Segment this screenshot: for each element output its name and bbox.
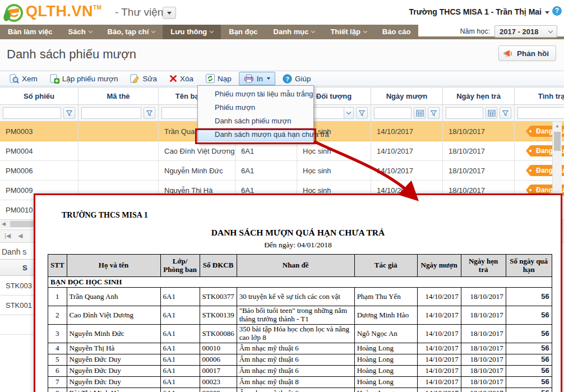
table-row-PM0006[interactable]: PM0006Nguyễn Minh Đức6A1Học sinh14/10/20… xyxy=(0,161,564,181)
report-as-of-date: Đến ngày: 04/01/2018 xyxy=(35,241,561,250)
toolbar-button-l-p-phi-u-m-n[interactable]: Lập phiếu mượn xyxy=(45,72,123,85)
filter-funnel-icon[interactable] xyxy=(144,107,155,119)
toolbar-button-gi-p[interactable]: ?Giúp xyxy=(278,72,316,85)
toolbar-button-n-p[interactable]: Nạp xyxy=(201,72,237,85)
scroll-left-icon[interactable]: ◀ xyxy=(2,221,6,227)
report-row-1: 1Trần Quang Anh6A1STK0037730 truyện kể v… xyxy=(48,288,552,306)
filter-input-status[interactable] xyxy=(517,107,564,119)
report-cell: 6A1 xyxy=(160,388,200,392)
report-cell: Cao Đình Việt Dương xyxy=(67,306,160,325)
print-menu-item-4[interactable]: Danh sách mượn quá hạn chưa trả xyxy=(198,128,313,141)
toolbar-button-label: In xyxy=(257,75,263,83)
feedback-button[interactable]: Phản hồi xyxy=(498,45,556,61)
nav-item-l-u-th-ng[interactable]: Lưu thông xyxy=(163,25,221,39)
report-cell: Âm nhạc mỹ thuật 6 xyxy=(237,366,354,377)
nav-item-thi-t-l-p[interactable]: Thiết lập xyxy=(322,25,374,39)
add-icon xyxy=(50,74,59,84)
report-cell: 56 xyxy=(506,388,552,392)
chevron-down-icon[interactable] xyxy=(344,108,353,118)
report-cell: 18/10/2017 xyxy=(461,366,506,377)
feedback-label: Phản hồi xyxy=(517,49,549,58)
column-header-ngay_muon[interactable]: Ngày mượn xyxy=(371,87,443,105)
nav-item-label: Bạn đọc xyxy=(229,25,257,39)
user-menu[interactable]: Trường THCS MISA 1 - Trần Thị Mai xyxy=(409,7,542,16)
first-page-icon[interactable]: |◀ xyxy=(4,232,11,239)
filter-input-ngay_muon[interactable] xyxy=(374,107,412,119)
nav-item-b-n-l-m-vi-c[interactable]: Bàn làm việc xyxy=(0,25,61,39)
chevron-down-icon xyxy=(89,29,93,33)
report-organization: TRƯỜNG THCS MISA 1 xyxy=(62,211,148,220)
scrollbar-thumb[interactable] xyxy=(554,132,561,151)
report-cell: Bùi Thị Minh Hòa xyxy=(67,388,160,392)
toolbar-button-xem[interactable]: Xem xyxy=(4,72,43,85)
filter-input-so_phieu[interactable] xyxy=(3,107,61,119)
cell-ma_the xyxy=(78,161,159,181)
column-header-status[interactable]: Tình trạng xyxy=(515,87,564,105)
chevron-down-icon xyxy=(210,29,214,33)
report-row-5: 5Nguyễn Đức Duy6A100006Âm nhạc mỹ thuật … xyxy=(48,354,552,366)
filter-funnel-icon[interactable] xyxy=(500,107,511,119)
prev-page-icon[interactable]: ◀ xyxy=(18,232,22,239)
chevron-down-icon xyxy=(548,28,553,33)
nav-item-danh-m-c[interactable]: Danh mục xyxy=(266,25,323,39)
cell-ten: Cao Đình Việt Dương xyxy=(159,141,235,161)
filter-funnel-icon[interactable] xyxy=(428,107,440,119)
filter-funnel-icon[interactable] xyxy=(356,107,368,119)
report-column-header: Tác giả xyxy=(354,255,417,277)
user-chevron-icon[interactable] xyxy=(545,11,549,14)
filter-cell-ngay_hen xyxy=(443,105,515,122)
school-year-value: 2017 - 2018 xyxy=(500,27,538,36)
print-menu-item-2[interactable]: Phiếu mượn xyxy=(198,101,313,114)
report-cell: 18/10/2017 xyxy=(461,388,506,392)
filter-input-ngay_hen[interactable] xyxy=(446,107,483,119)
title-band: Danh sách phiếu mượn Phản hồi xyxy=(0,39,564,71)
report-cell: Hoàng Long xyxy=(354,366,417,377)
scroll-up-icon[interactable]: ▲ xyxy=(553,122,562,128)
module-dropdown-button[interactable] xyxy=(163,7,176,19)
report-cell: 6A1 xyxy=(160,306,200,325)
help-icon[interactable]: ? xyxy=(552,6,562,16)
nav-item-b-n-c[interactable]: Bạn đọc xyxy=(221,25,265,39)
print-menu-item-1[interactable]: Phiếu mượn tài liệu mẫu trắng xyxy=(198,87,313,101)
chevron-down-icon xyxy=(151,29,155,33)
qlth-logo-icon xyxy=(3,2,24,22)
report-cell: 14/10/2017 xyxy=(417,366,461,377)
report-column-header: Họ và tên xyxy=(67,255,160,277)
report-cell: Âm nhạc mỹ thuật 8 xyxy=(237,377,354,388)
report-cell: 14/10/2017 xyxy=(417,354,461,366)
report-cell: 00023 xyxy=(200,377,237,388)
calendar-icon[interactable] xyxy=(414,107,426,119)
overdue-report-preview: TRƯỜNG THCS MISA 1 DANH SÁCH MƯỢN QUÁ HẠ… xyxy=(34,193,562,392)
cell-so_phieu: PM0006 xyxy=(0,161,78,181)
report-row-6: 6Nguyễn Đức Duy6A100017Âm nhạc mỹ thuật … xyxy=(48,366,552,377)
report-cell: Hoàng Long xyxy=(354,377,417,388)
nav-item-b-o-t-p-ch-[interactable]: Báo, tạp chí xyxy=(100,25,163,39)
toolbar-button-s-a[interactable]: Sửa xyxy=(125,72,162,85)
school-year-select[interactable]: 2017 - 2018 xyxy=(494,25,557,38)
toolbar-button-in[interactable]: In xyxy=(239,72,275,85)
report-cell: 14/10/2017 xyxy=(417,288,461,306)
report-cell: 14/10/2017 xyxy=(417,325,461,343)
filter-input-ma_the[interactable] xyxy=(81,107,141,119)
report-cell: 56 xyxy=(506,366,552,377)
table-row-PM0004[interactable]: PM0004Cao Đình Việt Dương6A1Học sinh14/1… xyxy=(0,141,564,161)
filter-funnel-icon[interactable] xyxy=(63,107,75,119)
brand-name: QLTH.VNTM xyxy=(26,3,101,20)
cell-ngay_muon: 14/10/2017 xyxy=(371,141,443,161)
nav-item-s-ch[interactable]: Sách xyxy=(61,25,100,39)
report-column-header: STT xyxy=(48,255,67,277)
toolbar-button-x-a[interactable]: Xóa xyxy=(164,72,198,85)
nav-item-b-o-c-o[interactable]: Báo cáo xyxy=(375,25,419,39)
calendar-icon[interactable] xyxy=(486,107,497,119)
column-header-ngay_hen[interactable]: Ngày hẹn trả xyxy=(443,87,515,105)
nav-item-label: Báo, tạp chí xyxy=(108,25,149,39)
print-menu-item-3[interactable]: Danh sách phiếu mượn xyxy=(198,114,313,128)
report-column-header: Số ĐKCB xyxy=(200,255,237,277)
column-header-ma_the[interactable]: Mã thẻ xyxy=(78,87,159,105)
report-cell: 6A1 xyxy=(160,325,200,343)
detail-grid-header-label: S xyxy=(22,260,27,276)
report-cell: Ngô Ngọc An xyxy=(354,325,417,343)
toolbar-button-label: Nạp xyxy=(218,75,232,83)
column-header-so_phieu[interactable]: Số phiếu xyxy=(0,87,78,105)
print-dropdown-menu: Phiếu mượn tài liệu mẫu trắngPhiếu mượnD… xyxy=(197,85,314,143)
